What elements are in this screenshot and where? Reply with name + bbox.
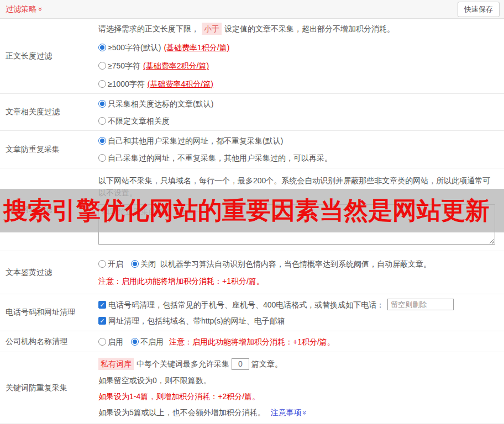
dedup-option-global[interactable]: 自己和其他用户采集过的网址，都不重复采集(默认) [98,135,498,146]
radio-750-icon[interactable] [98,62,106,70]
private-lexicon-link[interactable]: 私有词库 [98,358,134,370]
row-dedup-filter: 文章防重复采集 自己和其他用户采集过的网址，都不重复采集(默认) 自己采集过的网… [0,131,504,168]
watermark-text: 搜索引擎优化网站的重要因素当然是网站更新 [0,194,490,227]
company-cost-note: 注意：启用此功能将增加积分消耗：+1积分/篇。 [169,336,335,347]
relevance-option-any[interactable]: 不限定文章相关度 [98,115,498,126]
radio-company-on-icon[interactable] [98,338,106,346]
checkbox-url-clean-icon[interactable]: ✓ [98,317,106,325]
row-label: 正文长度过滤 [0,19,98,93]
radio-dedup-self-icon[interactable] [98,154,106,162]
notice-link[interactable]: 注意事项 » [271,407,307,418]
row-label: 文章相关度过滤 [0,94,98,130]
rate-note: (基础费率2积分/篇) [143,60,209,71]
row-label: 电话号码和网址清理 [0,294,98,331]
row-label: 文章防重复采集 [0,131,98,168]
length-description: 请选择需求的正文长度下限， 小于 设定值的文章不采集，超出部分不增加积分消耗。 [98,23,498,35]
max-articles-input[interactable] [232,358,249,370]
porn-cost-note: 注意：启用此功能将增加积分消耗：+1积分/篇。 [98,275,498,287]
replacement-phone-input[interactable] [387,299,454,310]
porn-off-label: 关闭 [140,258,156,269]
row-label: 文本鉴黄过滤 [0,251,98,294]
row-relevance-filter: 文章相关度过滤 只采集相关度达标的文章(默认) 不限定文章相关度 [0,94,504,131]
radio-porn-off-icon[interactable] [131,260,139,268]
radio-dedup-global-icon[interactable] [98,137,106,145]
porn-on-label: 开启 [108,258,123,269]
length-option-750[interactable]: ≥750字符 (基础费率2积分/篇) [98,60,498,71]
row-phone-url-clean: 电话号码和网址清理 ✓ 电话号码清理，包括常见的手机号、座机号、400电话格式，… [0,294,504,331]
radio-company-off-icon[interactable] [131,338,139,346]
filter-strategy-title: 过滤策略 [6,4,36,14]
radio-500-icon[interactable] [98,44,106,51]
row-company-name-clean: 公司机构名称清理 启用 不启用 注意：启用此功能将增加积分消耗：+1积分/篇。 [0,331,504,352]
porn-description: 以机器学习算法自动识别色情内容，当色情概率达到系统阈值，自动屏蔽文章。 [160,258,431,269]
filter-settings-page: 过滤策略 » 快速保存 正文长度过滤 请选择需求的正文长度下限， 小于 设定值的… [0,0,504,424]
dedup-option-self[interactable]: 自己采集过的网址，不重复采集，其他用户采集过的，可以再采。 [98,152,498,163]
relevance-option-strict[interactable]: 只采集相关度达标的文章(默认) [98,98,498,109]
row-label: 关键词防重复采集 [0,352,98,423]
rate-note: (基础费率4积分/篇) [148,78,213,89]
quick-save-button[interactable]: 快速保存 [458,2,500,17]
filter-strategy-toggle[interactable]: 过滤策略 » [6,4,43,14]
keyword-note-cost: 如果设为1-4篇，则增加积分消耗：+2积分/篇。 [98,391,498,402]
row-label: 公司机构名称清理 [0,331,98,352]
less-than-highlight: 小于 [202,23,222,35]
keyword-note-five: 如果设为5篇或以上，也不会额外增加积分消耗。 [98,407,265,418]
length-option-500[interactable]: ≥500字符(默认) (基础费率1积分/篇) [98,42,498,53]
watermark-banner: 搜索引擎优化网站的重要因素当然是网站更新 [0,189,504,232]
company-off-label: 不启用 [140,336,164,347]
checkbox-phone-clean-icon[interactable]: ✓ [98,301,106,309]
radio-1000-icon[interactable] [98,80,106,88]
rate-note: (基础费率1积分/篇) [164,42,229,53]
company-on-label: 启用 [108,336,123,347]
chevron-double-down-icon: » [301,410,308,414]
chevron-double-down-icon: » [37,7,44,11]
row-body-length-filter: 正文长度过滤 请选择需求的正文长度下限， 小于 设定值的文章不采集，超出部分不增… [0,19,504,94]
radio-porn-on-icon[interactable] [98,260,106,268]
row-porn-filter: 文本鉴黄过滤 开启 关闭 以机器学习算法自动识别色情内容，当色情概率达到系统阈值… [0,251,504,294]
keyword-note-zero: 如果留空或设为0，则不限篇数。 [98,375,498,386]
radio-relevance-strict-icon[interactable] [98,100,106,108]
radio-relevance-any-icon[interactable] [98,117,106,125]
phone-clean-label: 电话号码清理，包括常见的手机号、座机号、400电话格式，或替换成如下电话： [108,299,384,310]
url-clean-label: 网址清理，包括纯域名、带http(s)的网址、电子邮箱 [108,315,285,326]
row-keyword-dedup: 关键词防重复采集 私有词库 中每个关键词最多允许采集 篇文章。 如果留空或设为0… [0,352,504,424]
header-bar: 过滤策略 » 快速保存 [0,0,504,19]
length-option-1000[interactable]: ≥1000字符 (基础费率4积分/篇) [98,78,498,89]
